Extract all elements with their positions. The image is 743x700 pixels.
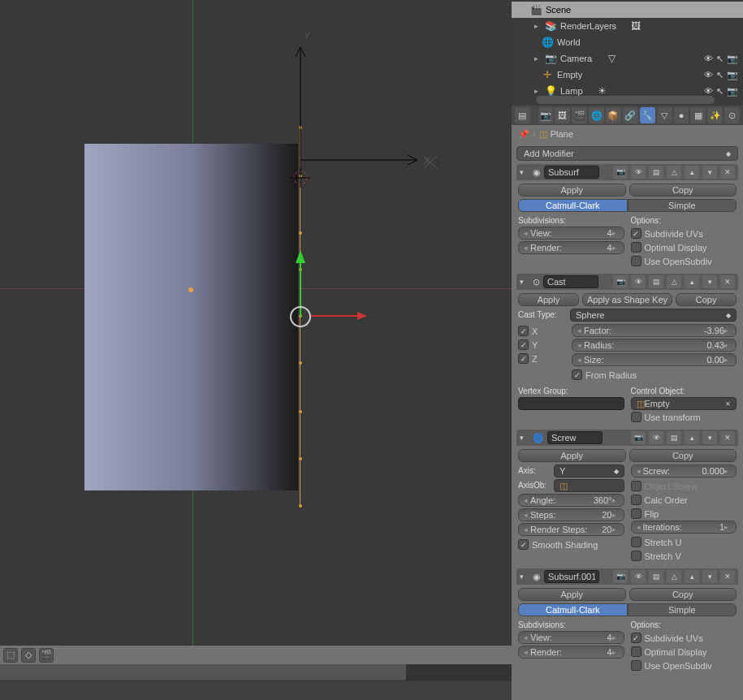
optimal-display-checkbox[interactable] [631, 646, 641, 657]
viewport-visibility-icon[interactable]: 👁 [631, 275, 646, 288]
move-up-icon[interactable]: ▴ [685, 275, 699, 288]
gizmo-center[interactable] [290, 306, 311, 327]
collapse-icon[interactable]: ▾ [520, 434, 529, 442]
apply-button[interactable]: Apply [518, 293, 579, 306]
expander-icon[interactable]: ▸ [531, 22, 541, 30]
axis-dropdown[interactable]: Y◆ [554, 465, 624, 477]
render-tab-icon[interactable]: 📷 [538, 107, 554, 123]
render-visibility-icon[interactable]: 📷 [613, 166, 628, 179]
calc-order-checkbox[interactable] [631, 495, 641, 505]
iterations-field[interactable]: ◂Iterations:1▸ [631, 521, 737, 534]
texture-tab-icon[interactable]: ▦ [690, 107, 706, 123]
timeline[interactable] [0, 664, 512, 700]
steps-field[interactable]: ◂Steps:20▸ [518, 508, 624, 521]
collapse-icon[interactable]: ▾ [520, 168, 529, 176]
move-down-icon[interactable]: ▾ [702, 570, 717, 583]
flip-checkbox[interactable] [631, 508, 641, 519]
modifiers-tab-icon[interactable]: 🔧 [640, 107, 655, 123]
gizmo-x-head[interactable] [357, 312, 367, 320]
radius-field[interactable]: ◂Radius:0.43▸ [572, 339, 737, 352]
move-up-icon[interactable]: ▴ [685, 431, 699, 444]
modifier-name-input[interactable] [547, 431, 603, 444]
delete-modifier-icon[interactable]: ✕ [720, 570, 735, 583]
angle-field[interactable]: ◂Angle:360°▸ [518, 494, 624, 507]
eye-icon[interactable]: 👁 [704, 86, 713, 97]
move-down-icon[interactable]: ▾ [702, 431, 717, 444]
cage-icon[interactable]: △ [667, 275, 681, 288]
render-icon[interactable]: 📷 [727, 54, 738, 64]
editor-type-icon[interactable]: ⬚ [3, 648, 18, 663]
opensubdiv-checkbox[interactable] [631, 256, 641, 266]
expander-icon[interactable]: ▸ [531, 87, 541, 95]
cage-icon[interactable]: △ [667, 166, 681, 179]
move-up-icon[interactable]: ▴ [685, 166, 699, 179]
cursor-icon[interactable]: ↖ [716, 86, 724, 97]
physics-tab-icon[interactable]: ⊙ [724, 107, 740, 123]
delete-modifier-icon[interactable]: ✕ [720, 431, 735, 444]
view-field[interactable]: ◂View:4▸ [518, 631, 624, 644]
copy-button[interactable]: Copy [629, 184, 737, 197]
render-icon[interactable]: 📷 [727, 86, 738, 97]
render-icon[interactable]: 📷 [727, 70, 738, 80]
object-screw-checkbox[interactable] [631, 481, 641, 491]
collapse-icon[interactable]: ▾ [520, 278, 529, 286]
object-tab-icon[interactable]: 📦 [606, 107, 621, 123]
delete-modifier-icon[interactable]: ✕ [720, 166, 735, 179]
world-tab-icon[interactable]: 🌐 [589, 107, 604, 123]
render-steps-field[interactable]: ◂Render Steps:20▸ [518, 523, 624, 536]
outliner-row-camera[interactable]: ▸ 📷 Camera ▽ 👁 ↖ 📷 [512, 50, 743, 67]
move-down-icon[interactable]: ▾ [702, 166, 717, 179]
expander-icon[interactable]: ▸ [531, 54, 541, 63]
x-checkbox[interactable] [518, 326, 529, 336]
simple-tab[interactable]: Simple [628, 199, 737, 212]
cage-icon[interactable]: △ [667, 570, 681, 583]
constraints-tab-icon[interactable]: 🔗 [623, 107, 638, 123]
eye-icon[interactable]: 👁 [704, 54, 713, 64]
copy-button[interactable]: Copy [629, 588, 737, 601]
editmode-visibility-icon[interactable]: ▤ [649, 275, 663, 288]
opensubdiv-checkbox[interactable] [631, 660, 641, 671]
editmode-visibility-icon[interactable]: ▤ [649, 570, 663, 583]
view-field[interactable]: ◂View:4▸ [518, 227, 624, 240]
subdivide-uvs-checkbox[interactable] [631, 228, 641, 239]
render-visibility-icon[interactable]: 📷 [613, 275, 628, 288]
size-field[interactable]: ◂Size:0.00▸ [572, 353, 737, 366]
cursor-icon[interactable]: ↖ [716, 70, 724, 80]
outliner-row-scene[interactable]: ▾ 🎬 Scene [512, 2, 743, 18]
modifier-name-input[interactable] [543, 275, 598, 288]
viewport-visibility-icon[interactable]: 👁 [631, 570, 646, 583]
apply-shape-button[interactable]: Apply as Shape Key [582, 293, 672, 306]
pin-icon[interactable]: 📌 [518, 129, 529, 140]
copy-button[interactable]: Copy [629, 449, 737, 462]
editmode-visibility-icon[interactable]: ▤ [649, 166, 663, 179]
move-up-icon[interactable]: ▴ [685, 570, 699, 583]
viewport-visibility-icon[interactable]: 👁 [649, 431, 663, 444]
screw-field[interactable]: ◂Screw:0.000▸ [631, 465, 737, 477]
editmode-visibility-icon[interactable]: ▤ [667, 431, 681, 444]
add-modifier-dropdown[interactable]: Add Modifier ◆ [516, 146, 738, 161]
render-field[interactable]: ◂Render:4▸ [518, 646, 624, 659]
catmull-tab[interactable]: Catmull-Clark [518, 603, 628, 616]
delete-modifier-icon[interactable]: ✕ [720, 275, 735, 288]
simple-tab[interactable]: Simple [628, 603, 737, 616]
catmull-tab[interactable]: Catmull-Clark [518, 199, 628, 212]
cursor-icon[interactable]: ↖ [716, 54, 724, 64]
apply-button[interactable]: Apply [518, 449, 626, 462]
material-tab-icon[interactable]: ● [674, 107, 689, 123]
keyframe-btn[interactable]: ◇ [21, 648, 36, 663]
collapse-icon[interactable]: ▾ [520, 573, 529, 581]
stretch-u-checkbox[interactable] [631, 537, 641, 547]
layers-tab-icon[interactable]: 🖼 [555, 107, 570, 123]
expander-icon[interactable]: ▾ [516, 6, 526, 14]
render-visibility-icon[interactable]: 📷 [613, 570, 628, 583]
gizmo-x-axis[interactable] [310, 315, 359, 317]
copy-button[interactable]: Copy [676, 293, 737, 306]
engine-icon[interactable]: 🎬 [39, 648, 54, 663]
outliner[interactable]: ▾ 🎬 Scene ▸ 📚 RenderLayers 🖼 🌐 World ▸ 📷… [512, 0, 743, 106]
subdivide-uvs-checkbox[interactable] [631, 633, 641, 643]
factor-field[interactable]: ◂Factor:-3.96▸ [572, 324, 737, 337]
axisob-dropdown[interactable]: ◫ [554, 479, 624, 492]
move-down-icon[interactable]: ▾ [702, 275, 717, 288]
y-checkbox[interactable] [518, 339, 529, 350]
smooth-shading-checkbox[interactable] [518, 539, 529, 550]
